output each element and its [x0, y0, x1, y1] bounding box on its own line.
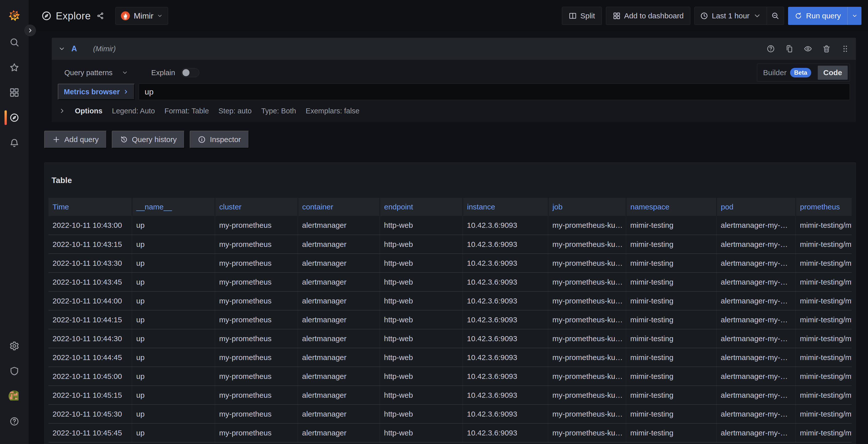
explain-toggle[interactable]	[181, 68, 199, 77]
table-row: 2022-10-11 10:45:00upmy-prometheusalertm…	[49, 367, 852, 386]
eye-icon[interactable]	[804, 45, 812, 53]
table-cell: up	[132, 423, 215, 442]
table-cell: mimir-testing/my	[796, 423, 852, 442]
sidebar-item-alerting[interactable]	[8, 137, 20, 149]
table-cell: my-prometheus-ku…	[548, 291, 626, 310]
copy-icon[interactable]	[785, 45, 794, 53]
table-cell: 10.42.3.6:9093	[463, 235, 548, 254]
column-header-instance[interactable]: instance	[463, 198, 548, 216]
table-row: 2022-10-11 10:43:45upmy-prometheusalertm…	[49, 272, 852, 291]
clock-icon	[700, 12, 708, 20]
column-header-Time[interactable]: Time	[49, 198, 132, 216]
option-format: Format: Table	[165, 107, 209, 115]
run-query-button[interactable]: Run query	[788, 7, 847, 25]
column-header-prometheus[interactable]: prometheus	[796, 198, 852, 216]
table-cell: up	[132, 254, 215, 272]
column-header-container[interactable]: container	[298, 198, 380, 216]
column-header-pod[interactable]: pod	[716, 198, 796, 216]
column-header-name[interactable]: __name__	[132, 198, 215, 216]
column-header-cluster[interactable]: cluster	[215, 198, 298, 216]
panel-header[interactable]: Table	[44, 163, 856, 198]
table-row: 2022-10-11 10:45:30upmy-prometheusalertm…	[49, 405, 852, 423]
table-cell: alertmanager-my-…	[716, 405, 796, 423]
time-range-label: Last 1 hour	[712, 11, 749, 20]
apps-grid-icon	[613, 12, 621, 20]
query-patterns-dropdown[interactable]: Query patterns	[64, 69, 128, 77]
table-cell: my-prometheus-ku…	[548, 254, 626, 272]
table-cell: 2022-10-11 10:45:45	[49, 423, 132, 442]
table-cell: 2022-10-11 10:45:00	[49, 367, 132, 386]
sidebar-item-explore[interactable]	[8, 112, 20, 124]
explore-content: A (Mimir) Query patterns	[29, 32, 868, 444]
column-header-job[interactable]: job	[548, 198, 626, 216]
table-cell: my-prometheus-ku…	[548, 272, 626, 291]
table-cell: my-prometheus	[215, 216, 298, 235]
table-cell: 2022-10-11 10:44:45	[49, 348, 132, 367]
table-cell: alertmanager-my-…	[716, 329, 796, 348]
table-cell: mimir-testing	[626, 310, 716, 329]
share-icon[interactable]	[96, 12, 104, 20]
sidebar-item-profile[interactable]	[8, 390, 20, 402]
table-cell: 2022-10-11 10:45:30	[49, 405, 132, 423]
main-area: Explore Mimir Split	[29, 0, 868, 444]
grafana-logo[interactable]	[8, 9, 21, 22]
table-cell: alertmanager	[298, 272, 380, 291]
query-code-input[interactable]: up	[139, 84, 850, 100]
split-button[interactable]: Split	[562, 7, 601, 25]
inspector-button[interactable]: Inspector	[190, 131, 249, 148]
table-cell: alertmanager	[298, 423, 380, 442]
sidebar-item-dashboards[interactable]	[8, 87, 20, 98]
table-row: 2022-10-11 10:45:15upmy-prometheusalertm…	[49, 386, 852, 405]
sync-icon	[795, 12, 802, 20]
table-cell: my-prometheus-ku…	[548, 386, 626, 405]
table-cell: http-web	[380, 291, 463, 310]
table-cell: mimir-testing	[626, 216, 716, 235]
collapse-chevron-icon[interactable]	[58, 45, 65, 52]
table-cell: http-web	[380, 405, 463, 423]
table-cell: my-prometheus	[215, 272, 298, 291]
table-cell: 10.42.3.6:9093	[463, 405, 548, 423]
builder-mode-option[interactable]: Builder Beta	[759, 68, 815, 78]
add-to-dashboard-button[interactable]: Add to dashboard	[606, 7, 690, 25]
table-cell: my-prometheus	[215, 348, 298, 367]
run-query-group: Run query	[788, 7, 862, 25]
metrics-browser-button[interactable]: Metrics browser	[58, 84, 135, 100]
table-cell: mimir-testing	[626, 329, 716, 348]
table-cell: 2022-10-11 10:45:15	[49, 386, 132, 405]
sidebar-item-help[interactable]	[8, 415, 20, 427]
trash-icon[interactable]	[822, 45, 831, 53]
gear-icon	[9, 341, 19, 351]
zoom-out-button[interactable]	[767, 7, 784, 25]
options-label[interactable]: Options	[75, 107, 102, 115]
datasource-picker[interactable]: Mimir	[115, 7, 168, 25]
sidebar-item-starred[interactable]	[8, 61, 20, 73]
time-range-picker[interactable]: Last 1 hour	[694, 7, 767, 25]
sidebar-item-search[interactable]	[8, 36, 20, 48]
sidebar-item-configuration[interactable]	[8, 340, 20, 352]
info-circle-icon	[198, 136, 206, 144]
sidebar-top-nav	[8, 36, 20, 149]
table-cell: my-prometheus	[215, 386, 298, 405]
magnifier-minus-icon	[771, 12, 779, 20]
table-row: 2022-10-11 10:43:00upmy-prometheusalertm…	[49, 216, 852, 235]
query-ref-id[interactable]: A	[71, 44, 77, 53]
table-cell: my-prometheus	[215, 423, 298, 442]
table-cell: 10.42.3.6:9093	[463, 254, 548, 272]
table-cell: 10.42.3.6:9093	[463, 423, 548, 442]
sidebar-item-server-admin[interactable]	[8, 365, 20, 377]
column-header-namespace[interactable]: namespace	[626, 198, 716, 216]
column-header-endpoint[interactable]: endpoint	[380, 198, 463, 216]
prometheus-logo-icon	[121, 11, 130, 21]
run-query-dropdown-toggle[interactable]	[847, 7, 862, 25]
query-history-button[interactable]: Query history	[112, 131, 185, 148]
drag-handle-icon[interactable]	[841, 45, 849, 53]
table-row: 2022-10-11 10:45:45upmy-prometheusalertm…	[49, 423, 852, 442]
table-cell: http-web	[380, 329, 463, 348]
chevron-right-icon[interactable]	[59, 108, 65, 114]
sidebar-expand-button[interactable]	[24, 25, 36, 36]
help-icon[interactable]	[767, 45, 775, 53]
code-mode-option[interactable]: Code	[818, 66, 848, 80]
query-history-label: Query history	[132, 135, 177, 144]
table-cell: 2022-10-11 10:43:30	[49, 254, 132, 272]
add-query-button[interactable]: Add query	[44, 131, 107, 148]
